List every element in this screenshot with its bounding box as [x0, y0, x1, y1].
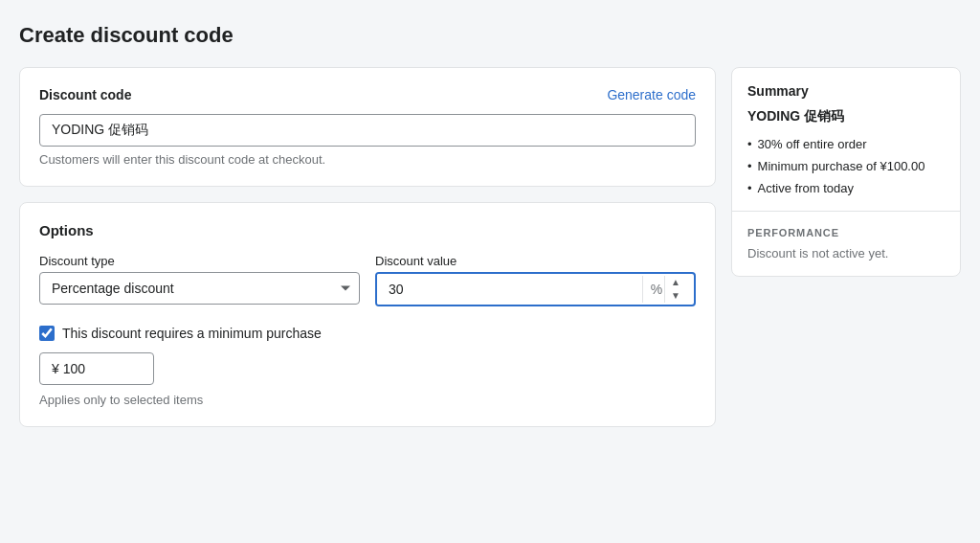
discount-value-input-wrapper: % ▲ ▼	[375, 272, 696, 306]
summary-top: Summary YODING 促销码 30% off entire order …	[732, 68, 960, 212]
suffix-text: %	[651, 282, 662, 297]
discount-value-input[interactable]	[377, 274, 642, 305]
summary-bullet-3: Active from today	[747, 181, 945, 195]
discount-code-card: Discount code Generate code Customers wi…	[19, 67, 716, 187]
min-purchase-label: This discount requires a minimum purchas…	[62, 326, 322, 341]
value-suffix: % ▲ ▼	[642, 276, 694, 303]
discount-fields-row: Discount type Percentage discount Fixed …	[39, 254, 696, 306]
page-title: Create discount code	[19, 23, 961, 48]
spinner-down-button[interactable]: ▼	[665, 289, 686, 303]
discount-type-group: Discount type Percentage discount Fixed …	[39, 254, 360, 306]
sidebar-column: Summary YODING 促销码 30% off entire order …	[731, 67, 961, 277]
min-purchase-row: This discount requires a minimum purchas…	[39, 326, 696, 341]
summary-bullet-2: Minimum purchase of ¥100.00	[747, 159, 945, 173]
summary-title: Summary	[747, 83, 945, 99]
discount-type-select-wrapper: Percentage discount Fixed amount discoun…	[39, 272, 360, 305]
spinner-buttons: ▲ ▼	[664, 276, 686, 303]
performance-label: PERFORMANCE	[747, 227, 945, 238]
card-header-row: Discount code Generate code	[39, 87, 696, 102]
applies-text: Applies only to selected items	[39, 393, 696, 407]
min-purchase-checkbox[interactable]	[39, 326, 55, 341]
min-amount-input[interactable]	[39, 352, 154, 385]
discount-code-helper-text: Customers will enter this discount code …	[39, 152, 696, 167]
spinner-up-button[interactable]: ▲	[665, 276, 686, 289]
options-title: Options	[39, 222, 696, 238]
performance-text: Discount is not active yet.	[747, 246, 945, 260]
generate-code-link[interactable]: Generate code	[607, 87, 696, 102]
discount-code-input[interactable]	[39, 114, 696, 147]
discount-code-section-label: Discount code	[39, 87, 131, 102]
summary-card: Summary YODING 促销码 30% off entire order …	[731, 67, 961, 277]
summary-list: 30% off entire order Minimum purchase of…	[747, 137, 945, 195]
options-card: Options Discount type Percentage discoun…	[19, 202, 716, 427]
discount-type-label: Discount type	[39, 254, 360, 268]
main-column: Discount code Generate code Customers wi…	[19, 67, 716, 427]
discount-type-select[interactable]: Percentage discount Fixed amount discoun…	[39, 272, 360, 305]
discount-value-label: Discount value	[375, 254, 696, 268]
discount-value-group: Discount value % ▲ ▼	[375, 254, 696, 306]
summary-code: YODING 促销码	[747, 108, 945, 125]
summary-performance: PERFORMANCE Discount is not active yet.	[732, 212, 960, 276]
summary-bullet-1: 30% off entire order	[747, 137, 945, 151]
